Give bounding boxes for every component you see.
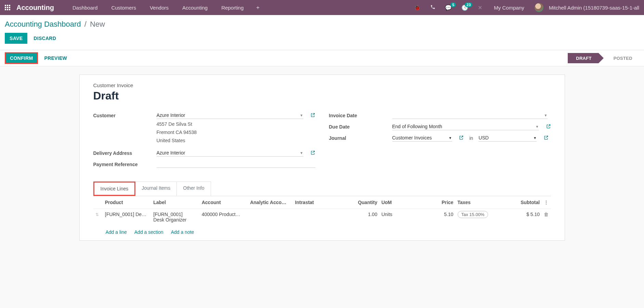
label-customer: Customer (93, 112, 157, 118)
nav-vendors[interactable]: Vendors (144, 5, 174, 11)
status-posted[interactable]: POSTED (605, 53, 639, 63)
trash-icon[interactable]: 🗑 (544, 212, 549, 217)
external-link-icon[interactable] (310, 112, 315, 119)
top-navbar: Accounting Dashboard Customers Vendors A… (0, 0, 644, 15)
label-in: in (469, 135, 473, 141)
chevron-down-icon[interactable]: ▼ (449, 136, 452, 140)
bug-icon[interactable]: 🐞 (410, 4, 424, 11)
external-link-icon[interactable] (459, 135, 464, 141)
control-panel: Accounting Dashboard / New SAVE DISCARD (0, 15, 644, 50)
avatar[interactable] (535, 3, 543, 12)
col-intrastat[interactable]: Intrastat (293, 196, 352, 209)
cell-uom[interactable]: Units (379, 209, 421, 226)
status-draft[interactable]: DRAFT (568, 53, 599, 63)
invoice-lines-table: Product Label Account Analytic Acco… Int… (93, 196, 551, 225)
form-title-label: Customer Invoice (93, 82, 551, 88)
customer-field[interactable] (157, 112, 303, 119)
cell-analytic[interactable] (248, 209, 293, 226)
cell-product[interactable]: [FURN_0001] De… (103, 209, 151, 226)
journal-field[interactable] (392, 134, 452, 142)
tab-journal-items[interactable]: Journal Items (135, 182, 177, 196)
chevron-down-icon[interactable]: ▼ (544, 113, 548, 117)
tab-invoice-lines[interactable]: Invoice Lines (93, 182, 136, 196)
payment-reference-field[interactable] (157, 161, 315, 168)
nav-dashboard[interactable]: Dashboard (67, 5, 103, 11)
external-link-icon[interactable] (310, 150, 315, 156)
table-row[interactable]: ⇅ [FURN_0001] De… [FURN_0001]Desk Organi… (93, 209, 551, 226)
customer-address: 4557 De Silva St Fremont CA 94538 United… (157, 120, 315, 145)
cell-account[interactable]: 400000 Product… (200, 209, 248, 226)
cell-subtotal: $ 5.10 (500, 209, 542, 226)
plus-icon[interactable]: ＋ (252, 4, 264, 11)
label-invoice-date: Invoice Date (329, 112, 392, 118)
tab-other-info[interactable]: Other Info (176, 182, 211, 196)
col-price[interactable]: Price (421, 196, 455, 209)
cell-price[interactable]: 5.10 (421, 209, 455, 226)
col-subtotal[interactable]: Subtotal (500, 196, 542, 209)
chevron-down-icon[interactable]: ▼ (533, 136, 537, 140)
cell-quantity[interactable]: 1.00 (352, 209, 379, 226)
activities-icon[interactable]: 🕓23 (458, 4, 472, 11)
add-section-link[interactable]: Add a section (134, 229, 163, 235)
col-taxes[interactable]: Taxes (456, 196, 500, 209)
company-switcher[interactable]: My Company (488, 5, 529, 11)
phone-icon[interactable] (427, 4, 439, 11)
col-product[interactable]: Product (103, 196, 151, 209)
save-button[interactable]: SAVE (5, 33, 27, 44)
apps-icon[interactable] (5, 5, 10, 10)
chevron-down-icon[interactable]: ▼ (300, 113, 303, 117)
col-quantity[interactable]: Quantity (352, 196, 379, 209)
breadcrumb: Accounting Dashboard / New (5, 20, 639, 29)
app-title[interactable]: Accounting (16, 4, 54, 12)
drag-handle-icon[interactable]: ⇅ (95, 212, 99, 217)
nav-customers[interactable]: Customers (106, 5, 142, 11)
cell-taxes[interactable]: Tax 15.00% (456, 209, 500, 226)
chevron-down-icon[interactable]: ▼ (536, 125, 539, 129)
col-label[interactable]: Label (151, 196, 199, 209)
messages-badge: 5 (450, 2, 456, 7)
cell-label[interactable]: [FURN_0001]Desk Organizer (151, 209, 199, 226)
col-account[interactable]: Account (200, 196, 248, 209)
external-link-icon[interactable] (543, 135, 549, 141)
label-journal: Journal (329, 134, 392, 141)
chevron-down-icon[interactable]: ▼ (300, 151, 303, 155)
add-line-link[interactable]: Add a line (106, 229, 127, 235)
label-due-date: Due Date (329, 123, 392, 130)
breadcrumb-sep: / (84, 20, 87, 28)
kebab-icon[interactable]: ⋮ (544, 200, 549, 205)
conversations-icon[interactable]: 💬5 (442, 4, 455, 11)
tabs: Invoice Lines Journal Items Other Info (93, 182, 551, 196)
preview-button[interactable]: PREVIEW (44, 55, 67, 61)
user-menu[interactable]: Mitchell Admin (15180739-saas-15-1-all (546, 5, 639, 11)
tools-icon[interactable]: ✕ (474, 4, 486, 11)
breadcrumb-root[interactable]: Accounting Dashboard (5, 20, 81, 28)
discard-button[interactable]: DISCARD (34, 36, 56, 41)
confirm-button[interactable]: CONFIRM (5, 52, 38, 64)
due-date-field[interactable] (392, 123, 539, 130)
delivery-address-field[interactable] (157, 149, 303, 157)
form-sheet: Customer Invoice Draft Customer ▼ 4557 D… (79, 75, 565, 241)
activities-badge: 23 (465, 2, 472, 7)
nav-reporting[interactable]: Reporting (216, 5, 249, 11)
form-title: Draft (93, 90, 551, 102)
breadcrumb-current: New (90, 20, 105, 28)
label-payment-reference: Payment Reference (93, 161, 157, 167)
col-uom[interactable]: UoM (379, 196, 421, 209)
col-analytic[interactable]: Analytic Acco… (248, 196, 293, 209)
cell-intrastat[interactable] (293, 209, 352, 226)
label-delivery-address: Delivery Address (93, 149, 157, 156)
nav-accounting[interactable]: Accounting (177, 5, 213, 11)
status-bar: CONFIRM PREVIEW DRAFT POSTED (0, 50, 644, 66)
external-link-icon[interactable] (546, 124, 551, 130)
currency-field[interactable] (478, 134, 537, 142)
invoice-date-field[interactable] (392, 112, 548, 119)
add-note-link[interactable]: Add a note (171, 229, 194, 235)
